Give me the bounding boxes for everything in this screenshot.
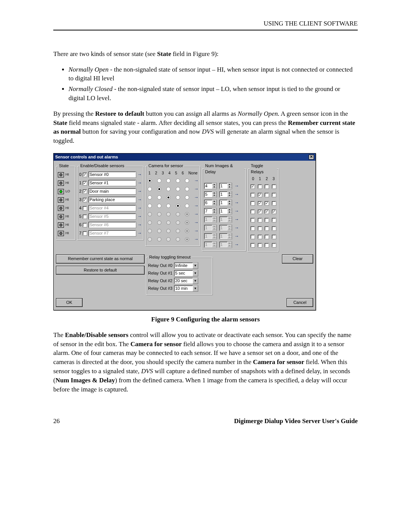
state-led-icon: [58, 197, 64, 203]
relay-label: Relay Out #3: [148, 286, 172, 291]
camera-radio[interactable]: [166, 179, 170, 183]
relay-toggle-checkbox[interactable]: [250, 209, 255, 214]
delay-spinner[interactable]: 1▲▼: [219, 200, 232, 206]
camera-radio[interactable]: [176, 179, 180, 183]
camera-radio[interactable]: [166, 195, 170, 200]
num-images-spinner[interactable]: 4▲▼: [204, 183, 217, 189]
close-icon[interactable]: ✕: [309, 155, 314, 160]
enable-checkbox[interactable]: ✓: [83, 189, 87, 194]
camera-radio[interactable]: [157, 179, 161, 183]
camera-row: →: [147, 202, 199, 210]
state-label: HI: [65, 172, 69, 177]
relay-toggle-checkbox[interactable]: [264, 184, 269, 189]
sensor-name-input[interactable]: Sensor #0: [88, 171, 136, 178]
chevron-down-icon[interactable]: ▼: [193, 263, 198, 268]
camera-radio[interactable]: [157, 204, 161, 208]
relay-timeout-select[interactable]: Infinite▼: [174, 262, 198, 269]
state-row: HI: [58, 204, 74, 212]
sensor-name-input[interactable]: Sensor #1: [88, 180, 136, 186]
chevron-down-icon[interactable]: ▼: [193, 278, 198, 284]
state-led-icon: [58, 189, 64, 194]
delay-spinner[interactable]: 1▲▼: [219, 191, 232, 198]
camera-row: →: [147, 177, 199, 185]
delay-spinner: 1▲▼: [219, 216, 232, 223]
relay-toggle-checkbox: [272, 243, 276, 248]
camera-radio[interactable]: [166, 204, 170, 208]
sensor-name-input[interactable]: Door main: [88, 188, 136, 195]
relay-toggle-checkbox[interactable]: ✓: [250, 184, 255, 189]
delay-spinner[interactable]: 1▲▼: [219, 183, 232, 189]
relay-toggle-checkbox[interactable]: [250, 201, 255, 206]
camera-radio[interactable]: [176, 195, 180, 200]
state-label: HI: [65, 197, 69, 202]
camera-radio[interactable]: [185, 195, 189, 200]
toggle-header-cell: 0: [252, 176, 254, 182]
remember-button[interactable]: Remember current state as normal: [56, 254, 145, 263]
clear-button[interactable]: Clear: [282, 254, 313, 263]
cancel-button[interactable]: Cancel: [287, 298, 313, 307]
toggle-row: [250, 241, 277, 249]
camera-radio[interactable]: [185, 179, 189, 183]
camera-radio[interactable]: [176, 204, 180, 208]
relay-toggle-checkbox: [258, 243, 262, 248]
relay-timeout-select[interactable]: 20 sec▼: [174, 278, 198, 284]
ok-button[interactable]: OK: [56, 298, 83, 307]
enable-checkbox[interactable]: ✓: [83, 181, 87, 185]
relay-label: Relay Out #0: [148, 263, 172, 268]
toggle-group: Toggle Relays 0123 ✓✓✓✓✓✓✓: [248, 163, 279, 252]
relay-toggle-checkbox[interactable]: [272, 193, 276, 197]
chevron-down-icon[interactable]: ▼: [193, 270, 198, 276]
relay-timeout-select[interactable]: 10 min▼: [174, 285, 198, 292]
camera-radio[interactable]: [148, 187, 152, 191]
camera-radio[interactable]: [148, 179, 152, 183]
arrow-icon: →: [234, 216, 239, 223]
camera-radio[interactable]: [166, 187, 170, 191]
sensor-name-input: Sensor #6: [88, 222, 136, 228]
relay-toggle-checkbox[interactable]: ✓: [258, 209, 262, 214]
enable-row: 4 Sensor #4 →: [79, 204, 142, 212]
relay-toggle-checkbox[interactable]: [272, 201, 276, 206]
chevron-down-icon[interactable]: ▼: [193, 286, 198, 291]
numdelay-row: 1▲▼ 1▲▼ →: [204, 240, 244, 249]
relay-toggle-checkbox[interactable]: [258, 184, 262, 189]
relay-toggle-checkbox[interactable]: ✓: [272, 209, 276, 214]
titlebar[interactable]: Sensor controls and out alarms ✕: [54, 153, 315, 161]
num-images-spinner[interactable]: 7▲▼: [204, 208, 217, 214]
enable-checkbox[interactable]: [83, 223, 87, 227]
camera-radio[interactable]: [148, 195, 152, 200]
relay-toggle-checkbox[interactable]: ✓: [258, 201, 262, 206]
state-label: LO: [65, 189, 70, 194]
state-led-icon: [58, 222, 64, 228]
arrow-icon: →: [137, 188, 142, 195]
relay-toggle-checkbox[interactable]: [264, 193, 269, 197]
camera-radio[interactable]: [157, 195, 161, 200]
camera-row: →: [147, 185, 199, 193]
camera-row: →: [147, 193, 199, 202]
enable-checkbox[interactable]: ✓: [83, 198, 87, 202]
camera-row: →: [147, 227, 199, 235]
relay-toggle-checkbox[interactable]: ✓: [258, 193, 262, 197]
enable-checkbox[interactable]: [83, 231, 87, 236]
state-row: HI: [58, 171, 74, 179]
relay-toggle-checkbox[interactable]: [250, 193, 255, 197]
num-images-spinner[interactable]: 6▲▼: [204, 200, 217, 206]
relay-toggle-checkbox[interactable]: [272, 184, 276, 189]
enable-checkbox[interactable]: [83, 214, 87, 219]
restore-button[interactable]: Restore to default: [56, 266, 145, 275]
delay-spinner[interactable]: 1▲▼: [219, 208, 232, 214]
relay-label: Relay Out #2: [148, 278, 172, 284]
camera-radio[interactable]: [148, 204, 152, 208]
relay-toggle-checkbox[interactable]: ✓: [264, 209, 269, 214]
sensor-name-input[interactable]: Parking place: [88, 197, 136, 203]
camera-radio[interactable]: [157, 187, 161, 191]
arrow-icon: →: [194, 177, 199, 184]
camera-radio[interactable]: [176, 187, 180, 191]
camera-radio[interactable]: [185, 187, 189, 191]
relay-toggle-checkbox[interactable]: ✓: [264, 201, 269, 206]
enable-checkbox[interactable]: ✓: [83, 173, 87, 177]
camera-radio: [157, 220, 161, 225]
num-images-spinner[interactable]: 5▲▼: [204, 191, 217, 198]
enable-checkbox[interactable]: [83, 206, 87, 211]
camera-radio[interactable]: [185, 204, 189, 208]
relay-timeout-select[interactable]: 5 sec▼: [174, 270, 198, 276]
